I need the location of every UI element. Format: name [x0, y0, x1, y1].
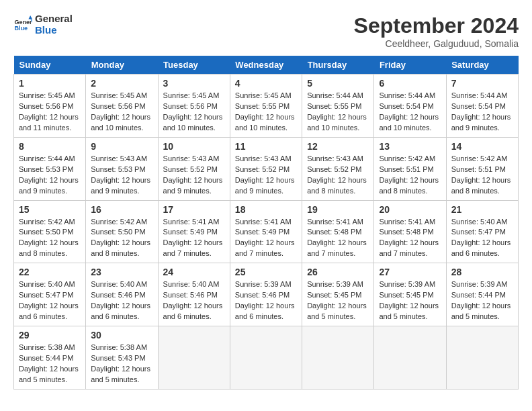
day-number: 23 — [91, 267, 152, 277]
empty-cell — [158, 326, 230, 390]
calendar-week-2: 8Sunrise: 5:44 AM Sunset: 5:53 PM Daylig… — [14, 137, 519, 200]
cell-details: Sunrise: 5:39 AM Sunset: 5:44 PM Dayligh… — [451, 279, 513, 322]
day-number: 24 — [163, 267, 225, 277]
cell-details: Sunrise: 5:41 AM Sunset: 5:49 PM Dayligh… — [163, 217, 225, 260]
calendar-week-4: 22Sunrise: 5:40 AM Sunset: 5:47 PM Dayli… — [14, 263, 519, 326]
day-number: 28 — [451, 267, 513, 277]
calendar-day-14: 14Sunrise: 5:42 AM Sunset: 5:51 PM Dayli… — [446, 137, 518, 200]
calendar-day-22: 22Sunrise: 5:40 AM Sunset: 5:47 PM Dayli… — [14, 263, 86, 326]
day-number: 9 — [91, 141, 152, 152]
calendar-day-7: 7Sunrise: 5:44 AM Sunset: 5:54 PM Daylig… — [446, 75, 518, 138]
logo-icon: General Blue — [13, 15, 32, 34]
calendar-day-10: 10Sunrise: 5:43 AM Sunset: 5:52 PM Dayli… — [158, 137, 230, 200]
cell-details: Sunrise: 5:41 AM Sunset: 5:48 PM Dayligh… — [307, 217, 369, 260]
cell-details: Sunrise: 5:39 AM Sunset: 5:45 PM Dayligh… — [379, 279, 441, 322]
logo-line1: General — [35, 13, 73, 25]
empty-cell — [230, 326, 302, 390]
logo-line2: Blue — [35, 25, 73, 36]
day-number: 3 — [163, 78, 225, 89]
cell-details: Sunrise: 5:44 AM Sunset: 5:55 PM Dayligh… — [307, 91, 369, 134]
cell-details: Sunrise: 5:43 AM Sunset: 5:52 PM Dayligh… — [163, 154, 225, 197]
calendar-day-15: 15Sunrise: 5:42 AM Sunset: 5:50 PM Dayli… — [14, 200, 86, 263]
header-thursday: Thursday — [302, 56, 374, 75]
day-number: 22 — [19, 267, 81, 277]
calendar-day-5: 5Sunrise: 5:44 AM Sunset: 5:55 PM Daylig… — [302, 75, 374, 138]
cell-details: Sunrise: 5:42 AM Sunset: 5:50 PM Dayligh… — [19, 217, 81, 260]
cell-details: Sunrise: 5:45 AM Sunset: 5:56 PM Dayligh… — [163, 91, 225, 134]
location-subtitle: Ceeldheer, Galguduud, Somalia — [354, 38, 519, 49]
cell-details: Sunrise: 5:39 AM Sunset: 5:46 PM Dayligh… — [235, 279, 297, 322]
day-number: 15 — [19, 204, 81, 215]
day-number: 6 — [379, 78, 441, 89]
cell-details: Sunrise: 5:44 AM Sunset: 5:53 PM Dayligh… — [19, 154, 81, 197]
cell-details: Sunrise: 5:38 AM Sunset: 5:44 PM Dayligh… — [19, 342, 81, 385]
calendar-day-11: 11Sunrise: 5:43 AM Sunset: 5:52 PM Dayli… — [230, 137, 302, 200]
day-number: 18 — [235, 204, 297, 215]
svg-text:General: General — [14, 18, 32, 25]
calendar-header-row: SundayMondayTuesdayWednesdayThursdayFrid… — [14, 56, 519, 75]
calendar-day-12: 12Sunrise: 5:43 AM Sunset: 5:52 PM Dayli… — [302, 137, 374, 200]
cell-details: Sunrise: 5:42 AM Sunset: 5:51 PM Dayligh… — [451, 154, 513, 197]
calendar-day-28: 28Sunrise: 5:39 AM Sunset: 5:44 PM Dayli… — [446, 263, 518, 326]
calendar-day-1: 1Sunrise: 5:45 AM Sunset: 5:56 PM Daylig… — [14, 75, 86, 138]
calendar-day-6: 6Sunrise: 5:44 AM Sunset: 5:54 PM Daylig… — [374, 75, 446, 138]
calendar-day-17: 17Sunrise: 5:41 AM Sunset: 5:49 PM Dayli… — [158, 200, 230, 263]
page-header: General Blue General Blue September 2024… — [13, 13, 519, 49]
cell-details: Sunrise: 5:42 AM Sunset: 5:50 PM Dayligh… — [91, 217, 152, 260]
header-tuesday: Tuesday — [158, 56, 230, 75]
day-number: 8 — [19, 141, 81, 152]
cell-details: Sunrise: 5:40 AM Sunset: 5:47 PM Dayligh… — [19, 279, 81, 322]
cell-details: Sunrise: 5:38 AM Sunset: 5:43 PM Dayligh… — [91, 342, 152, 385]
empty-cell — [446, 326, 518, 390]
cell-details: Sunrise: 5:42 AM Sunset: 5:51 PM Dayligh… — [379, 154, 441, 197]
calendar-day-29: 29Sunrise: 5:38 AM Sunset: 5:44 PM Dayli… — [14, 326, 86, 390]
cell-details: Sunrise: 5:40 AM Sunset: 5:46 PM Dayligh… — [91, 279, 152, 322]
logo: General Blue General Blue — [13, 13, 73, 36]
cell-details: Sunrise: 5:39 AM Sunset: 5:45 PM Dayligh… — [307, 279, 369, 322]
calendar-day-30: 30Sunrise: 5:38 AM Sunset: 5:43 PM Dayli… — [86, 326, 158, 390]
calendar-week-1: 1Sunrise: 5:45 AM Sunset: 5:56 PM Daylig… — [14, 75, 519, 138]
cell-details: Sunrise: 5:40 AM Sunset: 5:47 PM Dayligh… — [451, 217, 513, 260]
day-number: 25 — [235, 267, 297, 277]
calendar-day-24: 24Sunrise: 5:40 AM Sunset: 5:46 PM Dayli… — [158, 263, 230, 326]
header-monday: Monday — [86, 56, 158, 75]
calendar-day-3: 3Sunrise: 5:45 AM Sunset: 5:56 PM Daylig… — [158, 75, 230, 138]
empty-cell — [302, 326, 374, 390]
calendar-day-8: 8Sunrise: 5:44 AM Sunset: 5:53 PM Daylig… — [14, 137, 86, 200]
header-sunday: Sunday — [14, 56, 86, 75]
header-wednesday: Wednesday — [230, 56, 302, 75]
day-number: 21 — [451, 204, 513, 215]
day-number: 19 — [307, 204, 369, 215]
day-number: 16 — [91, 204, 152, 215]
calendar-week-3: 15Sunrise: 5:42 AM Sunset: 5:50 PM Dayli… — [14, 200, 519, 263]
svg-marker-2 — [28, 15, 32, 19]
day-number: 17 — [163, 204, 225, 215]
header-saturday: Saturday — [446, 56, 518, 75]
day-number: 7 — [451, 78, 513, 89]
day-number: 1 — [19, 78, 81, 89]
day-number: 2 — [91, 78, 152, 89]
cell-details: Sunrise: 5:43 AM Sunset: 5:53 PM Dayligh… — [91, 154, 152, 197]
calendar-day-9: 9Sunrise: 5:43 AM Sunset: 5:53 PM Daylig… — [86, 137, 158, 200]
day-number: 12 — [307, 141, 369, 152]
calendar-day-19: 19Sunrise: 5:41 AM Sunset: 5:48 PM Dayli… — [302, 200, 374, 263]
calendar-day-16: 16Sunrise: 5:42 AM Sunset: 5:50 PM Dayli… — [86, 200, 158, 263]
calendar-day-2: 2Sunrise: 5:45 AM Sunset: 5:56 PM Daylig… — [86, 75, 158, 138]
calendar-day-23: 23Sunrise: 5:40 AM Sunset: 5:46 PM Dayli… — [86, 263, 158, 326]
day-number: 20 — [379, 204, 441, 215]
title-block: September 2024 Ceeldheer, Galguduud, Som… — [354, 13, 519, 49]
day-number: 27 — [379, 267, 441, 277]
day-number: 30 — [91, 330, 152, 340]
header-friday: Friday — [374, 56, 446, 75]
calendar-day-26: 26Sunrise: 5:39 AM Sunset: 5:45 PM Dayli… — [302, 263, 374, 326]
cell-details: Sunrise: 5:45 AM Sunset: 5:56 PM Dayligh… — [91, 91, 152, 134]
day-number: 29 — [19, 330, 81, 340]
svg-text:Blue: Blue — [14, 25, 28, 32]
month-title: September 2024 — [354, 13, 519, 38]
cell-details: Sunrise: 5:45 AM Sunset: 5:56 PM Dayligh… — [19, 91, 81, 134]
calendar-day-27: 27Sunrise: 5:39 AM Sunset: 5:45 PM Dayli… — [374, 263, 446, 326]
cell-details: Sunrise: 5:40 AM Sunset: 5:46 PM Dayligh… — [163, 279, 225, 322]
cell-details: Sunrise: 5:44 AM Sunset: 5:54 PM Dayligh… — [451, 91, 513, 134]
cell-details: Sunrise: 5:41 AM Sunset: 5:48 PM Dayligh… — [379, 217, 441, 260]
day-number: 10 — [163, 141, 225, 152]
